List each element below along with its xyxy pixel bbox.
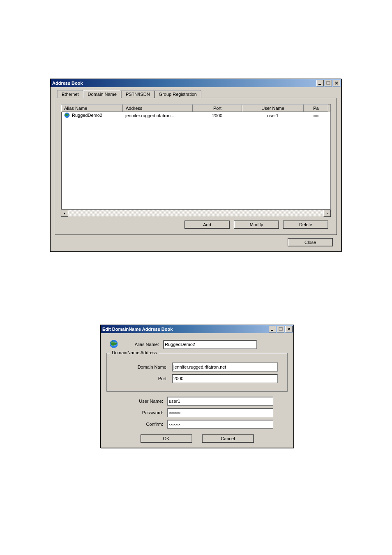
cell-port: 2000 [193, 113, 242, 118]
cell-alias-text: RuggedDemo2 [72, 113, 102, 118]
globe-icon [109, 339, 119, 350]
close-button[interactable] [333, 80, 340, 86]
user-input[interactable] [167, 397, 273, 406]
svg-rect-3 [271, 330, 273, 331]
user-row: User Name: [110, 397, 288, 406]
tab-domain-name[interactable]: Domain Name [83, 90, 121, 98]
confirm-label: Confirm: [110, 422, 167, 427]
close-dialog-button[interactable]: Close [288, 238, 333, 246]
list-row[interactable]: RuggedDemo2 jennifer.rugged.rifatron....… [61, 112, 330, 119]
client-area: Alias Name: DomainName Address Domain Na… [101, 333, 293, 448]
domain-row: Domain Name: [114, 362, 280, 372]
tab-pstn-isdn[interactable]: PSTN/ISDN [121, 90, 154, 98]
domainname-groupbox: DomainName Address Domain Name: Port: [106, 353, 288, 392]
minimize-button[interactable] [269, 326, 276, 332]
client-area: Ethernet Domain Name PSTN/ISDN Group Reg… [51, 90, 341, 246]
globe-icon [64, 112, 70, 119]
minimize-button[interactable] [316, 80, 324, 86]
action-buttons: Add Modify Delete [61, 221, 331, 229]
cell-user: user1 [242, 113, 304, 118]
address-listview[interactable]: Alias Name Address Port User Name Pa [61, 104, 331, 209]
tab-group-registration[interactable]: Group Registration [154, 90, 201, 98]
alias-input[interactable] [163, 340, 257, 349]
maximize-button[interactable] [325, 80, 332, 86]
column-alias-name[interactable]: Alias Name [61, 104, 123, 112]
window-controls [268, 326, 293, 332]
maximize-button[interactable] [277, 326, 284, 332]
horizontal-scrollbar[interactable] [61, 209, 331, 216]
modify-button[interactable]: Modify [234, 221, 279, 229]
svg-rect-4 [279, 327, 282, 330]
port-label: Port: [114, 376, 172, 381]
cell-pass: xxx [304, 114, 328, 118]
listview-headers: Alias Name Address Port User Name Pa [61, 104, 330, 112]
groupbox-title: DomainName Address [110, 350, 159, 355]
ok-button[interactable]: OK [141, 434, 192, 443]
cell-alias: RuggedDemo2 [61, 111, 123, 120]
tab-ethernet[interactable]: Ethernet [57, 90, 83, 98]
user-label: User Name: [110, 399, 167, 404]
scroll-right-button[interactable] [323, 210, 331, 217]
alias-label: Alias Name: [122, 342, 163, 347]
edit-domainname-window: Edit DomainName Address Book [100, 325, 294, 448]
scroll-track[interactable] [68, 210, 323, 216]
cancel-button[interactable]: Cancel [202, 434, 254, 443]
password-input[interactable] [167, 408, 273, 417]
window-title: Edit DomainName Address Book [102, 327, 173, 332]
tab-page: Alias Name Address Port User Name Pa [55, 98, 337, 235]
column-user-name[interactable]: User Name [242, 104, 304, 112]
port-input[interactable] [172, 374, 278, 383]
alias-row: Alias Name: [106, 339, 288, 350]
column-address[interactable]: Address [123, 104, 193, 112]
footer-buttons: Close [51, 238, 335, 246]
domain-label: Domain Name: [114, 365, 172, 369]
column-password[interactable]: Pa [304, 104, 328, 112]
window-controls [316, 80, 340, 86]
dialog-buttons: OK Cancel [104, 434, 290, 443]
delete-button[interactable]: Delete [283, 221, 328, 229]
port-row: Port: [114, 374, 280, 383]
titlebar[interactable]: Edit DomainName Address Book [101, 325, 293, 333]
domain-input[interactable] [172, 362, 278, 372]
address-book-window: Address Book Ethernet Domain Name PSTN/I… [50, 79, 341, 252]
tabs-strip: Ethernet Domain Name PSTN/ISDN Group Reg… [57, 90, 341, 98]
titlebar[interactable]: Address Book [51, 79, 341, 87]
column-port[interactable]: Port [193, 104, 242, 112]
svg-rect-1 [327, 81, 330, 84]
password-row: Password: [110, 408, 288, 417]
password-label: Password: [110, 410, 167, 415]
scroll-left-button[interactable] [61, 210, 68, 217]
close-button[interactable] [285, 326, 293, 332]
confirm-input[interactable] [167, 420, 273, 429]
add-button[interactable]: Add [184, 221, 230, 229]
confirm-row: Confirm: [110, 420, 288, 429]
window-title: Address Book [52, 81, 83, 86]
svg-rect-0 [318, 84, 321, 85]
cell-address: jennifer.rugged.rifatron.... [123, 113, 193, 118]
